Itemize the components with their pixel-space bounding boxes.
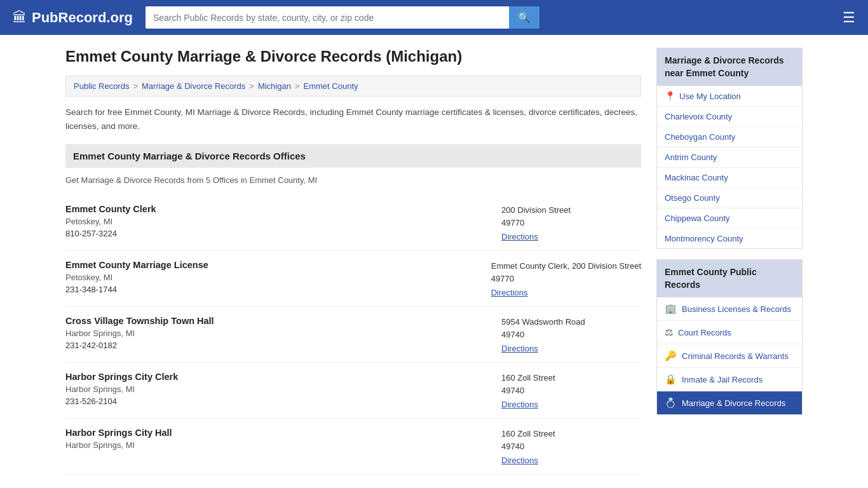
- office-city: Harbor Springs, MI: [65, 384, 489, 394]
- offices-list: Emmet County Clerk Petoskey, MI 810-257-…: [65, 195, 641, 475]
- office-name: Cross Village Township Town Hall: [65, 316, 489, 326]
- office-address: 5954 Wadsworth Road49740: [501, 316, 641, 341]
- office-address: Emmet County Clerk, 200 Division Street4…: [491, 260, 641, 285]
- nearby-county-item[interactable]: Cheboygan County: [657, 127, 802, 147]
- office-right-4: 160 Zoll Street49740 Directions: [501, 428, 641, 465]
- search-button[interactable]: 🔍: [509, 6, 539, 29]
- content-area: Emmet County Marriage & Divorce Records …: [65, 48, 641, 475]
- directions-link[interactable]: Directions: [501, 232, 538, 241]
- page-description: Search for free Emmet County, MI Marriag…: [65, 105, 641, 133]
- breadcrumb-public-records[interactable]: Public Records: [74, 81, 129, 91]
- public-record-item[interactable]: 🏢Business Licenses & Records: [657, 297, 802, 321]
- breadcrumb-marriage-divorce[interactable]: Marriage & Divorce Records: [142, 81, 245, 91]
- breadcrumb-sep-1: >: [133, 81, 138, 91]
- location-icon: 📍: [665, 91, 675, 101]
- nearby-county-item[interactable]: Chippewa County: [657, 208, 802, 229]
- office-phone: 810-257-3224: [65, 229, 489, 238]
- office-left-2: Cross Village Township Town Hall Harbor …: [65, 316, 489, 353]
- office-name: Harbor Springs City Hall: [65, 428, 489, 438]
- office-entry: Harbor Springs City Hall Harbor Springs,…: [65, 419, 641, 475]
- office-address: 160 Zoll Street49740: [501, 372, 641, 396]
- public-records-title: Emmet County Public Records: [657, 260, 802, 297]
- page-title: Emmet County Marriage & Divorce Records …: [65, 48, 641, 65]
- breadcrumb-sep-2: >: [249, 81, 254, 91]
- offices-section-header: Emmet County Marriage & Divorce Records …: [65, 144, 641, 168]
- office-name: Emmet County Marriage License: [65, 260, 478, 270]
- public-records-list: 🏢Business Licenses & Records⚖Court Recor…: [657, 297, 802, 414]
- office-phone: 231-348-1744: [65, 285, 478, 294]
- office-city: Harbor Springs, MI: [65, 329, 489, 338]
- breadcrumb: Public Records > Marriage & Divorce Reco…: [65, 76, 641, 97]
- pub-record-label: Court Records: [678, 328, 731, 337]
- nearby-counties-list: Charlevoix CountyCheboygan CountyAntrim …: [657, 107, 802, 248]
- office-address: 160 Zoll Street49740: [501, 428, 641, 452]
- office-city: Petoskey, MI: [65, 217, 489, 226]
- office-count: Get Marriage & Divorce Records from 5 Of…: [65, 175, 641, 185]
- nearby-county-item[interactable]: Mackinac County: [657, 168, 802, 188]
- office-phone: 231-242-0182: [65, 341, 489, 350]
- logo-text: PubRecord.org: [32, 10, 133, 26]
- office-left-1: Emmet County Marriage License Petoskey, …: [65, 260, 478, 297]
- office-right-2: 5954 Wadsworth Road49740 Directions: [501, 316, 641, 353]
- sidebar: Marriage & Divorce Records near Emmet Co…: [656, 48, 803, 475]
- public-records-box: Emmet County Public Records 🏢Business Li…: [656, 259, 803, 415]
- logo[interactable]: 🏛 PubRecord.org: [13, 10, 133, 26]
- pub-record-label: Inmate & Jail Records: [682, 375, 763, 384]
- pub-record-label: Marriage & Divorce Records: [682, 398, 785, 408]
- directions-link[interactable]: Directions: [501, 400, 538, 409]
- directions-link[interactable]: Directions: [501, 344, 538, 353]
- office-city: Petoskey, MI: [65, 273, 478, 282]
- office-left-4: Harbor Springs City Hall Harbor Springs,…: [65, 428, 489, 465]
- logo-icon: 🏛: [13, 10, 27, 26]
- site-header: 🏛 PubRecord.org 🔍 ☰: [0, 0, 868, 35]
- office-left-0: Emmet County Clerk Petoskey, MI 810-257-…: [65, 204, 489, 241]
- pub-record-icon: 💍: [665, 397, 677, 409]
- pub-record-icon: ⚖: [665, 327, 673, 338]
- directions-link[interactable]: Directions: [501, 456, 538, 465]
- public-record-item[interactable]: 🔑Criminal Records & Warrants: [657, 344, 802, 368]
- office-right-0: 200 Division Street49770 Directions: [501, 204, 641, 241]
- nearby-title: Marriage & Divorce Records near Emmet Co…: [657, 48, 802, 86]
- pub-record-label: Business Licenses & Records: [682, 304, 791, 314]
- public-record-item[interactable]: ⚖Court Records: [657, 321, 802, 344]
- nearby-box: Marriage & Divorce Records near Emmet Co…: [656, 48, 803, 249]
- breadcrumb-michigan[interactable]: Michigan: [258, 81, 291, 91]
- office-name: Emmet County Clerk: [65, 204, 489, 214]
- pub-record-icon: 🏢: [665, 303, 677, 315]
- pub-record-label: Criminal Records & Warrants: [682, 351, 789, 361]
- office-right-1: Emmet County Clerk, 200 Division Street4…: [491, 260, 641, 297]
- office-city: Harbor Springs, MI: [65, 440, 489, 450]
- office-right-3: 160 Zoll Street49740 Directions: [501, 372, 641, 409]
- public-record-item[interactable]: 💍Marriage & Divorce Records: [657, 391, 802, 414]
- pub-record-icon: 🔑: [665, 350, 677, 362]
- menu-icon[interactable]: ☰: [843, 10, 855, 26]
- use-my-location[interactable]: 📍 Use My Location: [657, 86, 802, 107]
- search-bar: 🔍: [146, 6, 539, 29]
- office-entry: Harbor Springs City Clerk Harbor Springs…: [65, 363, 641, 419]
- nearby-county-item[interactable]: Antrim County: [657, 147, 802, 168]
- search-input[interactable]: [146, 6, 509, 29]
- office-left-3: Harbor Springs City Clerk Harbor Springs…: [65, 372, 489, 409]
- office-address: 200 Division Street49770: [501, 204, 641, 229]
- office-entry: Emmet County Marriage License Petoskey, …: [65, 251, 641, 307]
- nearby-county-item[interactable]: Montmorency County: [657, 229, 802, 248]
- public-record-item[interactable]: 🔒Inmate & Jail Records: [657, 368, 802, 391]
- directions-link[interactable]: Directions: [491, 288, 528, 297]
- nearby-county-item[interactable]: Otsego County: [657, 188, 802, 208]
- office-entry: Emmet County Clerk Petoskey, MI 810-257-…: [65, 195, 641, 251]
- main-container: Emmet County Marriage & Divorce Records …: [53, 35, 815, 487]
- use-location-label: Use My Location: [679, 92, 741, 101]
- nearby-county-item[interactable]: Charlevoix County: [657, 107, 802, 127]
- office-phone: 231-526-2104: [65, 396, 489, 406]
- breadcrumb-sep-3: >: [295, 81, 300, 91]
- office-name: Harbor Springs City Clerk: [65, 372, 489, 382]
- pub-record-icon: 🔒: [665, 374, 677, 385]
- breadcrumb-emmet-county[interactable]: Emmet County: [304, 81, 358, 91]
- office-entry: Cross Village Township Town Hall Harbor …: [65, 307, 641, 363]
